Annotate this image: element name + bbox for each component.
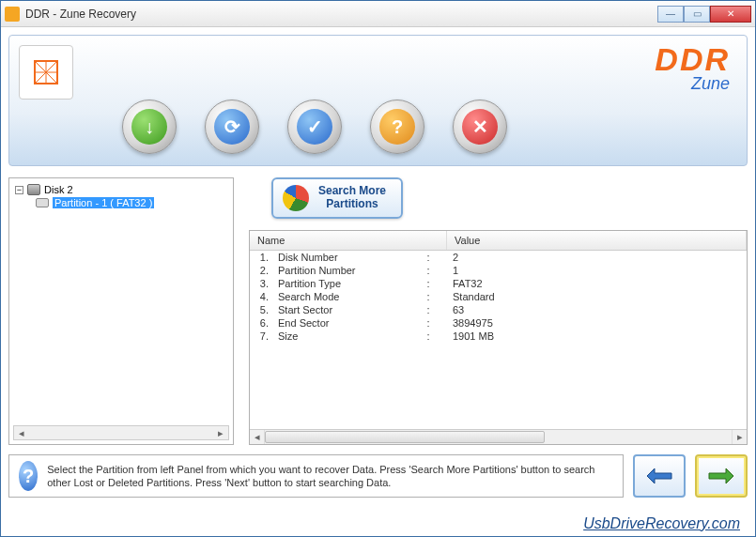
minimize-button[interactable]: — <box>657 6 684 23</box>
row-index: 5. <box>250 304 272 315</box>
row-index: 3. <box>250 278 272 289</box>
row-index: 7. <box>250 330 272 342</box>
row-name: Partition Number <box>272 265 409 276</box>
tree-child-label: Partition - 1 ( FAT32 ) <box>53 197 154 208</box>
tree-scrollbar[interactable]: ◂▸ <box>13 425 229 440</box>
app-window: DDR - Zune Recovery — ▭ ✕ DDR Zune ↓ ⟳ ✓… <box>0 0 756 537</box>
header-panel: DDR Zune ↓ ⟳ ✓ ? ✕ <box>8 35 748 166</box>
row-value: 1901 MB <box>447 330 747 342</box>
tool-help-button[interactable]: ? <box>370 100 424 154</box>
help-icon: ? <box>379 109 415 145</box>
table-row[interactable]: 5.Start Sector:63 <box>250 303 747 316</box>
tool-restore-button[interactable]: ⟳ <box>205 100 259 154</box>
disk-icon <box>27 184 40 195</box>
scrollbar-thumb[interactable] <box>265 431 545 443</box>
restore-icon: ⟳ <box>214 109 250 145</box>
back-button[interactable] <box>633 454 686 498</box>
tree-root-label: Disk 2 <box>44 184 73 195</box>
check-icon: ✓ <box>297 109 332 145</box>
table-row[interactable]: 7.Size:1901 MB <box>250 330 747 343</box>
window-title: DDR - Zune Recovery <box>25 8 657 21</box>
column-header-value[interactable]: Value <box>447 231 747 250</box>
row-name: End Sector <box>272 317 409 329</box>
close-button[interactable]: ✕ <box>710 6 751 23</box>
row-value: Standard <box>447 291 747 302</box>
hint-panel: ? Select the Partition from left Panel f… <box>8 454 624 498</box>
titlebar: DDR - Zune Recovery — ▭ ✕ <box>1 1 755 27</box>
row-name: Size <box>272 330 409 342</box>
table-row[interactable]: 4.Search Mode:Standard <box>250 290 747 303</box>
table-row[interactable]: 2.Partition Number:1 <box>250 264 747 277</box>
tool-cancel-button[interactable]: ✕ <box>453 100 507 154</box>
tool-save-button[interactable]: ↓ <box>122 100 177 154</box>
search-button-label: Search More Partitions <box>318 185 386 211</box>
row-name: Start Sector <box>272 304 409 315</box>
row-value: 2 <box>447 252 747 263</box>
row-name: Disk Number <box>272 252 409 263</box>
partition-tree[interactable]: − Disk 2 Partition - 1 ( FAT32 ) ◂▸ <box>8 177 234 445</box>
app-icon <box>5 7 20 22</box>
scroll-left-icon[interactable]: ◂ <box>250 430 265 444</box>
window-controls: — ▭ ✕ <box>657 6 751 23</box>
logo-box[interactable] <box>19 45 73 100</box>
row-value: FAT32 <box>447 278 747 289</box>
scroll-right-icon[interactable]: ▸ <box>732 430 747 444</box>
brand-ddr: DDR <box>655 41 730 78</box>
pie-chart-icon <box>283 185 309 211</box>
arrow-right-icon <box>707 467 735 485</box>
next-button[interactable] <box>695 454 748 498</box>
brand: DDR Zune <box>655 41 730 94</box>
tree-child-item[interactable]: Partition - 1 ( FAT32 ) <box>36 197 227 208</box>
info-icon: ? <box>19 461 38 491</box>
table-scrollbar[interactable]: ◂ ▸ <box>250 429 747 444</box>
row-index: 1. <box>250 252 272 263</box>
column-header-name[interactable]: Name <box>250 231 447 250</box>
tool-check-button[interactable]: ✓ <box>287 100 342 154</box>
maximize-button[interactable]: ▭ <box>684 6 710 23</box>
scroll-left-icon[interactable]: ◂ <box>14 426 29 439</box>
logo-icon <box>29 55 63 89</box>
row-name: Search Mode <box>272 291 409 302</box>
tree-root-item[interactable]: − Disk 2 <box>15 184 227 195</box>
arrow-left-icon <box>645 467 673 485</box>
footer-link[interactable]: UsbDriveRecovery.com <box>583 515 740 532</box>
row-index: 6. <box>250 317 272 329</box>
drive-icon <box>36 198 49 207</box>
scroll-right-icon[interactable]: ▸ <box>213 426 228 439</box>
table-row[interactable]: 1.Disk Number:2 <box>250 251 747 264</box>
tree-collapse-icon[interactable]: − <box>15 186 23 194</box>
row-value: 1 <box>447 265 747 276</box>
toolbar: ↓ ⟳ ✓ ? ✕ <box>122 100 507 154</box>
row-index: 2. <box>250 265 272 276</box>
row-value: 3894975 <box>447 317 747 329</box>
search-more-partitions-button[interactable]: Search More Partitions <box>271 177 403 219</box>
cancel-icon: ✕ <box>462 109 498 145</box>
partition-details-table: Name Value 1.Disk Number:22.Partition Nu… <box>249 230 748 445</box>
hint-text: Select the Partition from left Panel fro… <box>47 463 613 490</box>
table-row[interactable]: 6.End Sector:3894975 <box>250 316 747 330</box>
table-row[interactable]: 3.Partition Type:FAT32 <box>250 277 747 290</box>
row-name: Partition Type <box>272 278 409 289</box>
row-value: 63 <box>447 304 747 315</box>
row-index: 4. <box>250 291 272 302</box>
download-icon: ↓ <box>131 109 167 145</box>
